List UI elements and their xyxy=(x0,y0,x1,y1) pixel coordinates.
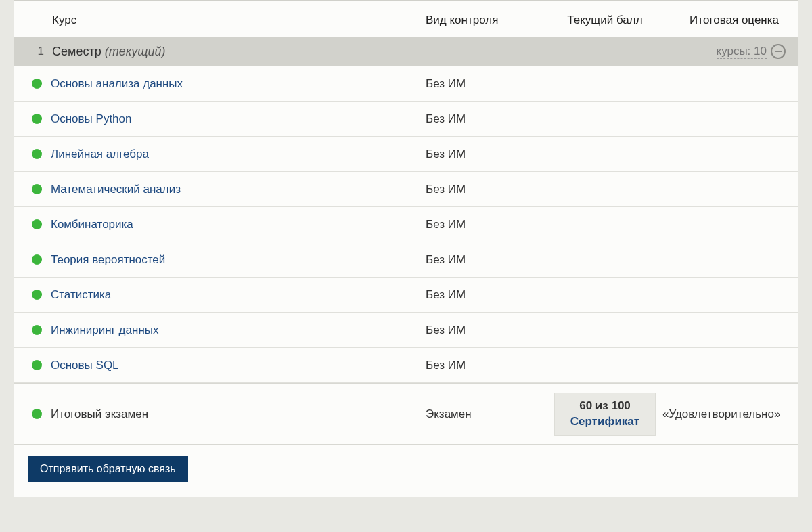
collapse-icon[interactable] xyxy=(771,44,786,59)
header-course: Курс xyxy=(14,14,426,27)
course-row: Линейная алгебра Без ИМ xyxy=(14,137,798,172)
final-grade: «Удовлетворительно» xyxy=(662,407,798,421)
course-row: Основы Python Без ИМ xyxy=(14,102,798,137)
semester-row[interactable]: 1 Семестр (текущий) курсы: 10 xyxy=(14,37,798,66)
exam-control: Экзамен xyxy=(426,407,547,421)
status-dot-icon xyxy=(32,79,42,89)
course-row: Основы SQL Без ИМ xyxy=(14,348,798,383)
status-dot-icon xyxy=(32,325,42,335)
grades-table: Курс Вид контроля Текущий балл Итоговая … xyxy=(14,0,798,497)
control-type: Без ИМ xyxy=(426,253,547,267)
control-type: Без ИМ xyxy=(426,324,547,337)
course-row: Теория вероятностей Без ИМ xyxy=(14,242,798,278)
status-dot-icon xyxy=(32,114,42,124)
header-grade: Итоговая оценка xyxy=(662,14,798,27)
course-link[interactable]: Основы анализа данных xyxy=(51,77,183,90)
course-row: Основы анализа данных Без ИМ xyxy=(14,66,798,102)
course-link[interactable]: Линейная алгебра xyxy=(51,148,149,160)
exam-name: Итоговый экзамен xyxy=(51,407,148,420)
table-header: Курс Вид контроля Текущий балл Итоговая … xyxy=(14,1,798,37)
control-type: Без ИМ xyxy=(426,77,547,91)
course-link[interactable]: Комбинаторика xyxy=(51,218,133,231)
control-type: Без ИМ xyxy=(426,183,547,196)
exam-row: Итоговый экзамен Экзамен 60 из 100 Серти… xyxy=(14,383,798,445)
score-box[interactable]: 60 из 100 Сертификат xyxy=(554,393,656,436)
status-dot-icon xyxy=(32,360,42,370)
feedback-button[interactable]: Отправить обратную связь xyxy=(28,456,188,482)
course-link[interactable]: Математический анализ xyxy=(51,183,181,196)
course-link[interactable]: Статистика xyxy=(51,288,111,301)
course-link[interactable]: Инжиниринг данных xyxy=(51,324,159,336)
control-type: Без ИМ xyxy=(426,112,547,126)
control-type: Без ИМ xyxy=(426,288,547,302)
status-dot-icon xyxy=(32,219,42,229)
course-row: Статистика Без ИМ xyxy=(14,278,798,313)
status-dot-icon xyxy=(32,290,42,300)
status-dot-icon xyxy=(32,184,42,194)
course-link[interactable]: Теория вероятностей xyxy=(51,253,165,266)
status-dot-icon xyxy=(32,409,42,419)
course-row: Инжиниринг данных Без ИМ xyxy=(14,313,798,348)
score-value: 60 из 100 xyxy=(564,399,646,414)
course-row: Математический анализ Без ИМ xyxy=(14,172,798,207)
semester-current: (текущий) xyxy=(105,45,166,58)
footer: Отправить обратную связь xyxy=(14,445,798,497)
semester-name: Семестр xyxy=(52,45,102,58)
header-control: Вид контроля xyxy=(426,14,547,27)
control-type: Без ИМ xyxy=(426,148,547,161)
course-link[interactable]: Основы SQL xyxy=(51,359,119,372)
status-dot-icon xyxy=(32,254,42,265)
certificate-link[interactable]: Сертификат xyxy=(564,414,646,430)
status-dot-icon xyxy=(32,149,42,159)
course-row: Комбинаторика Без ИМ xyxy=(14,207,798,242)
course-link[interactable]: Основы Python xyxy=(51,112,131,125)
courses-count[interactable]: курсы: 10 xyxy=(717,45,767,59)
semester-number: 1 xyxy=(14,45,52,58)
control-type: Без ИМ xyxy=(426,359,547,372)
header-score: Текущий балл xyxy=(547,14,662,27)
semester-label: Семестр (текущий) xyxy=(52,45,717,59)
control-type: Без ИМ xyxy=(426,218,547,231)
